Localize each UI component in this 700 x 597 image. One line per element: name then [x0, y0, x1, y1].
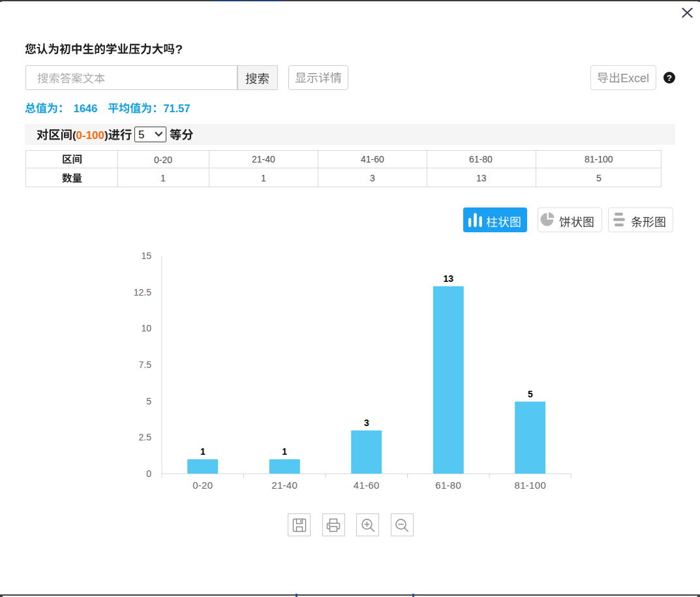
svg-text:81-100: 81-100: [515, 480, 547, 491]
svg-text:71.57: 71.57: [163, 102, 190, 114]
svg-text:0-20: 0-20: [192, 480, 213, 491]
svg-text:15: 15: [141, 251, 151, 261]
svg-text:7.5: 7.5: [139, 360, 152, 370]
svg-text:13: 13: [443, 273, 453, 284]
svg-text:5: 5: [146, 396, 151, 406]
svg-text:5: 5: [528, 389, 533, 399]
svg-text:10: 10: [141, 323, 151, 333]
svg-text:1: 1: [200, 446, 205, 457]
svg-text:2.5: 2.5: [139, 432, 152, 442]
svg-text:3: 3: [369, 173, 374, 183]
svg-text:?: ?: [175, 43, 183, 56]
svg-text:0-20: 0-20: [154, 155, 172, 165]
svg-text:1646: 1646: [74, 102, 98, 114]
svg-text:21-40: 21-40: [271, 480, 297, 491]
svg-text:13: 13: [476, 173, 486, 183]
svg-text:12.5: 12.5: [134, 287, 151, 298]
svg-text:0: 0: [146, 468, 151, 479]
svg-text:21-40: 21-40: [252, 154, 275, 164]
svg-text:5: 5: [596, 173, 601, 183]
svg-text:1: 1: [160, 173, 166, 183]
svg-text:0-100: 0-100: [76, 129, 104, 142]
svg-text:41-60: 41-60: [360, 154, 384, 164]
svg-text:41-60: 41-60: [354, 480, 380, 491]
svg-text:1: 1: [261, 173, 266, 183]
svg-text:): ): [104, 129, 108, 142]
svg-text:5: 5: [138, 129, 144, 141]
svg-text:Excel: Excel: [620, 72, 649, 85]
svg-text:61-80: 61-80: [435, 480, 461, 491]
svg-text:?: ?: [667, 73, 672, 83]
svg-text:1: 1: [282, 446, 287, 457]
svg-text:61-80: 61-80: [469, 154, 493, 164]
svg-text:3: 3: [364, 418, 369, 428]
svg-text:81-100: 81-100: [585, 154, 613, 164]
